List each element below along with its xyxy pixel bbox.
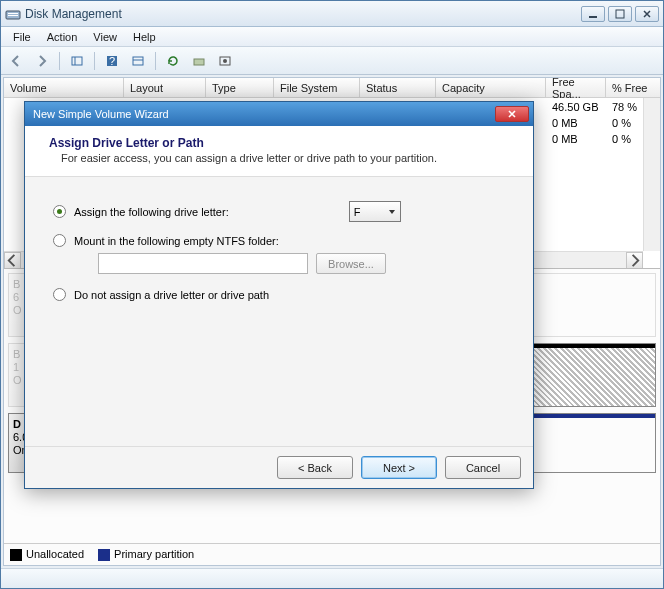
svg-rect-4 [616,10,624,18]
radio-mount-folder[interactable] [53,234,66,247]
legend-primary-label: Primary partition [114,548,194,560]
dialog-close-button[interactable] [495,106,529,122]
radio-dot-icon [57,209,62,214]
cell-pct: 0 % [606,132,637,146]
new-simple-volume-wizard-dialog: New Simple Volume Wizard Assign Drive Le… [24,101,534,489]
legend: Unallocated Primary partition [4,543,660,565]
option-mount-folder-row: Mount in the following empty NTFS folder… [53,234,505,247]
dialog-buttons: < Back Next > Cancel [25,446,533,488]
app-icon [5,6,21,22]
dialog-subheading: For easier access, you can assign a driv… [49,152,509,164]
svg-text:?: ? [109,55,115,67]
swatch-unallocated [10,549,22,561]
menu-action[interactable]: Action [39,29,86,45]
back-button[interactable] [5,50,27,72]
cell-free: 0 MB [546,116,606,130]
next-button[interactable]: Next > [361,456,437,479]
status-bar [1,568,663,588]
back-button[interactable]: < Back [277,456,353,479]
show-hide-tree-button[interactable] [66,50,88,72]
col-capacity[interactable]: Capacity [436,78,546,97]
svg-rect-2 [8,15,18,16]
mount-folder-input[interactable] [98,253,308,274]
legend-primary: Primary partition [98,548,194,561]
dialog-header: Assign Drive Letter or Path For easier a… [25,126,533,177]
toolbar-btn-a[interactable] [127,50,149,72]
legend-unallocated-label: Unallocated [26,548,84,560]
dialog-body: Assign the following drive letter: F Mou… [25,177,533,446]
toolbar-separator [155,52,156,70]
dialog-title: New Simple Volume Wizard [29,108,495,120]
cancel-button[interactable]: Cancel [445,456,521,479]
window-buttons [581,6,659,22]
browse-button[interactable]: Browse... [316,253,386,274]
menu-view[interactable]: View [85,29,125,45]
vertical-scrollbar[interactable] [643,98,660,251]
cell-free: 46.50 GB [546,100,606,114]
close-button[interactable] [635,6,659,22]
legend-unallocated: Unallocated [10,548,84,561]
scroll-right-button[interactable] [626,252,643,268]
help-button[interactable]: ? [101,50,123,72]
radio-no-letter[interactable] [53,288,66,301]
dialog-heading: Assign Drive Letter or Path [49,136,509,150]
cell-pct: 0 % [606,116,637,130]
col-volume[interactable]: Volume [4,78,124,97]
rescan-button[interactable] [188,50,210,72]
col-layout[interactable]: Layout [124,78,206,97]
radio-assign-letter[interactable] [53,205,66,218]
drive-letter-value: F [354,206,361,218]
option-mount-folder-label: Mount in the following empty NTFS folder… [74,235,279,247]
svg-rect-5 [72,57,82,65]
scroll-left-button[interactable] [4,252,21,268]
menu-bar: File Action View Help [1,27,663,47]
option-no-letter-row: Do not assign a drive letter or drive pa… [53,288,505,301]
col-status[interactable]: Status [360,78,436,97]
col-pctfree[interactable]: % Free [606,78,660,97]
option-no-letter-label: Do not assign a drive letter or drive pa… [74,289,269,301]
col-freespace[interactable]: Free Spa... [546,78,606,97]
svg-point-13 [223,59,227,63]
toolbar: ? [1,47,663,75]
toolbar-separator [59,52,60,70]
drive-letter-dropdown[interactable]: F [349,201,401,222]
swatch-primary [98,549,110,561]
col-filesystem[interactable]: File System [274,78,360,97]
dialog-titlebar: New Simple Volume Wizard [25,102,533,126]
chevron-down-icon [388,206,396,218]
mount-folder-input-row: Browse... [53,253,505,274]
menu-file[interactable]: File [5,29,39,45]
cell-pct: 78 % [606,100,643,114]
svg-rect-11 [194,59,204,65]
forward-button[interactable] [31,50,53,72]
toolbar-separator [94,52,95,70]
svg-rect-3 [589,16,597,18]
refresh-button[interactable] [162,50,184,72]
window-title: Disk Management [25,7,581,21]
option-assign-letter-label: Assign the following drive letter: [74,206,229,218]
settings-button[interactable] [214,50,236,72]
cell-free: 0 MB [546,132,606,146]
col-type[interactable]: Type [206,78,274,97]
titlebar: Disk Management [1,1,663,27]
maximize-button[interactable] [608,6,632,22]
svg-rect-9 [133,57,143,65]
minimize-button[interactable] [581,6,605,22]
option-assign-letter-row: Assign the following drive letter: F [53,201,505,222]
svg-rect-1 [8,13,18,14]
menu-help[interactable]: Help [125,29,164,45]
volume-list-header: Volume Layout Type File System Status Ca… [4,78,660,98]
